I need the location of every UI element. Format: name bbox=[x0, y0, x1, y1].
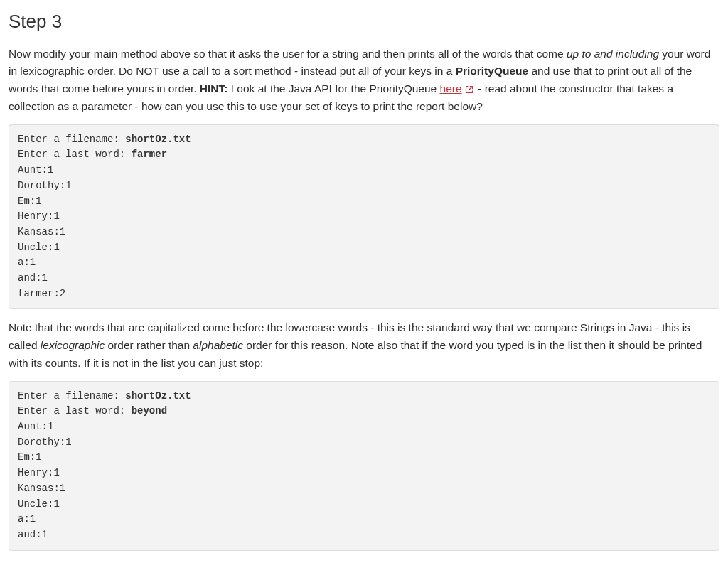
text: Look at the Java API for the PriorityQue… bbox=[228, 82, 439, 95]
emphasis-up-to-including: up to and including bbox=[567, 48, 659, 60]
instruction-paragraph-2: Note that the words that are capitalized… bbox=[9, 319, 719, 372]
text: order rather than bbox=[105, 339, 193, 351]
output-lines: Aunt:1 Dorothy:1 Em:1 Henry:1 Kansas:1 U… bbox=[18, 421, 72, 540]
prompt-value: farmer bbox=[132, 149, 167, 160]
prompt-label: Enter a last word: bbox=[18, 405, 132, 417]
strong-priorityqueue: PriorityQueue bbox=[456, 65, 529, 77]
code-output-2: Enter a filename: shortOz.txt Enter a la… bbox=[9, 381, 719, 551]
external-link-icon bbox=[465, 85, 473, 94]
prompt-value: beyond bbox=[132, 405, 167, 417]
emphasis-alphabetic: alphabetic bbox=[193, 339, 243, 351]
api-link[interactable]: here bbox=[440, 82, 462, 95]
output-lines: Aunt:1 Dorothy:1 Em:1 Henry:1 Kansas:1 U… bbox=[18, 164, 72, 299]
prompt-value: shortOz.txt bbox=[125, 390, 191, 402]
instruction-paragraph-1: Now modify your main method above so tha… bbox=[9, 45, 719, 116]
text: Now modify your main method above so tha… bbox=[9, 48, 567, 60]
prompt-label: Enter a filename: bbox=[18, 390, 125, 402]
step-heading: Step 3 bbox=[9, 7, 719, 37]
prompt-label: Enter a last word: bbox=[18, 149, 132, 160]
code-output-1: Enter a filename: shortOz.txt Enter a la… bbox=[9, 124, 719, 310]
emphasis-lexicographic: lexicographic bbox=[41, 339, 105, 351]
strong-hint: HINT: bbox=[200, 82, 228, 95]
prompt-value: shortOz.txt bbox=[125, 134, 191, 145]
prompt-label: Enter a filename: bbox=[18, 134, 125, 145]
